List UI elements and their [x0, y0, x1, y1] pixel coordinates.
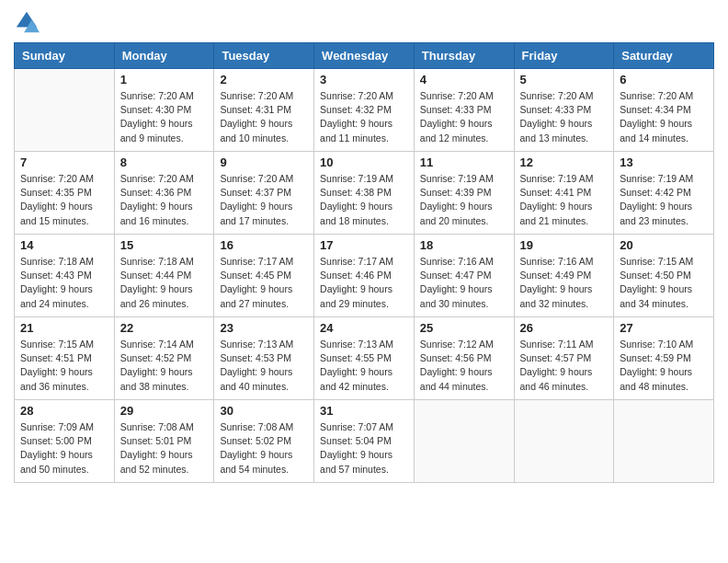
calendar-cell: 27Sunrise: 7:10 AMSunset: 4:59 PMDayligh…: [614, 317, 714, 400]
calendar-cell: 18Sunrise: 7:16 AMSunset: 4:47 PMDayligh…: [414, 235, 514, 317]
calendar-cell: 14Sunrise: 7:18 AMSunset: 4:43 PMDayligh…: [15, 235, 115, 317]
week-row-2: 7Sunrise: 7:20 AMSunset: 4:35 PMDaylight…: [15, 152, 714, 235]
day-number: 31: [320, 404, 408, 418]
day-info: Sunrise: 7:19 AMSunset: 4:41 PMDaylight:…: [520, 172, 609, 228]
day-info: Sunrise: 7:07 AMSunset: 5:04 PMDaylight:…: [320, 420, 408, 477]
header-monday: Monday: [114, 43, 214, 69]
calendar-cell: 4Sunrise: 7:20 AMSunset: 4:33 PMDaylight…: [414, 69, 514, 152]
calendar-cell: 19Sunrise: 7:16 AMSunset: 4:49 PMDayligh…: [514, 235, 614, 317]
header-tuesday: Tuesday: [214, 43, 314, 69]
day-number: 9: [220, 155, 308, 169]
header-thursday: Thursday: [414, 43, 514, 69]
day-info: Sunrise: 7:20 AMSunset: 4:33 PMDaylight:…: [520, 89, 609, 145]
day-number: 30: [220, 404, 308, 418]
logo: [14, 9, 43, 35]
day-number: 15: [120, 238, 209, 252]
header-sunday: Sunday: [15, 43, 115, 69]
day-info: Sunrise: 7:14 AMSunset: 4:52 PMDaylight:…: [120, 338, 209, 394]
calendar-cell: 12Sunrise: 7:19 AMSunset: 4:41 PMDayligh…: [514, 152, 614, 235]
day-number: 12: [520, 155, 609, 169]
day-info: Sunrise: 7:20 AMSunset: 4:33 PMDaylight:…: [420, 89, 508, 145]
calendar-cell: 26Sunrise: 7:11 AMSunset: 4:57 PMDayligh…: [514, 317, 614, 400]
calendar-cell: 23Sunrise: 7:13 AMSunset: 4:53 PMDayligh…: [214, 317, 314, 400]
calendar-cell: 2Sunrise: 7:20 AMSunset: 4:31 PMDaylight…: [214, 69, 314, 152]
calendar-cell: 16Sunrise: 7:17 AMSunset: 4:45 PMDayligh…: [214, 235, 314, 317]
calendar-cell: 6Sunrise: 7:20 AMSunset: 4:34 PMDaylight…: [614, 69, 714, 152]
week-row-4: 21Sunrise: 7:15 AMSunset: 4:51 PMDayligh…: [15, 317, 714, 400]
calendar-header-row: SundayMondayTuesdayWednesdayThursdayFrid…: [15, 43, 714, 69]
calendar-cell: 22Sunrise: 7:14 AMSunset: 4:52 PMDayligh…: [114, 317, 214, 400]
day-info: Sunrise: 7:10 AMSunset: 4:59 PMDaylight:…: [620, 338, 708, 394]
day-info: Sunrise: 7:17 AMSunset: 4:45 PMDaylight:…: [220, 255, 308, 311]
day-info: Sunrise: 7:13 AMSunset: 4:53 PMDaylight:…: [220, 338, 308, 394]
day-info: Sunrise: 7:16 AMSunset: 4:47 PMDaylight:…: [420, 255, 508, 311]
day-number: 23: [220, 321, 308, 335]
day-number: 29: [120, 404, 209, 418]
header-wednesday: Wednesday: [314, 43, 415, 69]
day-info: Sunrise: 7:16 AMSunset: 4:49 PMDaylight:…: [520, 255, 609, 311]
page-header: [14, 9, 714, 35]
day-number: 13: [620, 155, 708, 169]
day-info: Sunrise: 7:19 AMSunset: 4:38 PMDaylight:…: [320, 172, 408, 228]
calendar-cell: [414, 400, 514, 483]
day-info: Sunrise: 7:20 AMSunset: 4:37 PMDaylight:…: [220, 172, 308, 228]
day-info: Sunrise: 7:20 AMSunset: 4:30 PMDaylight:…: [120, 89, 209, 145]
logo-icon: [14, 9, 40, 35]
day-info: Sunrise: 7:20 AMSunset: 4:35 PMDaylight:…: [20, 172, 108, 228]
calendar-cell: 8Sunrise: 7:20 AMSunset: 4:36 PMDaylight…: [114, 152, 214, 235]
day-number: 28: [20, 404, 108, 418]
calendar-cell: 21Sunrise: 7:15 AMSunset: 4:51 PMDayligh…: [15, 317, 115, 400]
calendar-cell: 28Sunrise: 7:09 AMSunset: 5:00 PMDayligh…: [15, 400, 115, 483]
calendar-cell: [614, 400, 714, 483]
calendar-cell: 7Sunrise: 7:20 AMSunset: 4:35 PMDaylight…: [15, 152, 115, 235]
week-row-1: 1Sunrise: 7:20 AMSunset: 4:30 PMDaylight…: [15, 69, 714, 152]
calendar-cell: 10Sunrise: 7:19 AMSunset: 4:38 PMDayligh…: [314, 152, 415, 235]
day-info: Sunrise: 7:11 AMSunset: 4:57 PMDaylight:…: [520, 338, 609, 394]
day-number: 7: [20, 155, 108, 169]
calendar-cell: 15Sunrise: 7:18 AMSunset: 4:44 PMDayligh…: [114, 235, 214, 317]
day-info: Sunrise: 7:20 AMSunset: 4:36 PMDaylight:…: [120, 172, 209, 228]
day-number: 6: [620, 73, 708, 86]
calendar-cell: 31Sunrise: 7:07 AMSunset: 5:04 PMDayligh…: [314, 400, 415, 483]
header-saturday: Saturday: [614, 43, 714, 69]
day-number: 20: [620, 238, 708, 252]
calendar-cell: 13Sunrise: 7:19 AMSunset: 4:42 PMDayligh…: [614, 152, 714, 235]
day-number: 21: [20, 321, 108, 335]
day-number: 22: [120, 321, 209, 335]
day-info: Sunrise: 7:20 AMSunset: 4:32 PMDaylight:…: [320, 89, 408, 145]
week-row-5: 28Sunrise: 7:09 AMSunset: 5:00 PMDayligh…: [15, 400, 714, 483]
day-number: 27: [620, 321, 708, 335]
day-info: Sunrise: 7:09 AMSunset: 5:00 PMDaylight:…: [20, 420, 108, 477]
day-number: 1: [120, 73, 209, 86]
day-number: 8: [120, 155, 209, 169]
calendar-cell: 3Sunrise: 7:20 AMSunset: 4:32 PMDaylight…: [314, 69, 415, 152]
week-row-3: 14Sunrise: 7:18 AMSunset: 4:43 PMDayligh…: [15, 235, 714, 317]
calendar-cell: 5Sunrise: 7:20 AMSunset: 4:33 PMDaylight…: [514, 69, 614, 152]
day-info: Sunrise: 7:13 AMSunset: 4:55 PMDaylight:…: [320, 338, 408, 394]
calendar-cell: 25Sunrise: 7:12 AMSunset: 4:56 PMDayligh…: [414, 317, 514, 400]
calendar-table: SundayMondayTuesdayWednesdayThursdayFrid…: [14, 42, 714, 483]
calendar-cell: [15, 69, 115, 152]
day-number: 16: [220, 238, 308, 252]
calendar-cell: 17Sunrise: 7:17 AMSunset: 4:46 PMDayligh…: [314, 235, 415, 317]
calendar-cell: 24Sunrise: 7:13 AMSunset: 4:55 PMDayligh…: [314, 317, 415, 400]
header-friday: Friday: [514, 43, 614, 69]
day-info: Sunrise: 7:19 AMSunset: 4:42 PMDaylight:…: [620, 172, 708, 228]
calendar-cell: 29Sunrise: 7:08 AMSunset: 5:01 PMDayligh…: [114, 400, 214, 483]
calendar-cell: [514, 400, 614, 483]
day-number: 2: [220, 73, 308, 86]
day-info: Sunrise: 7:19 AMSunset: 4:39 PMDaylight:…: [420, 172, 508, 228]
day-info: Sunrise: 7:15 AMSunset: 4:51 PMDaylight:…: [20, 338, 108, 394]
calendar-cell: 9Sunrise: 7:20 AMSunset: 4:37 PMDaylight…: [214, 152, 314, 235]
day-number: 25: [420, 321, 508, 335]
day-number: 17: [320, 238, 408, 252]
day-number: 26: [520, 321, 609, 335]
calendar-cell: 11Sunrise: 7:19 AMSunset: 4:39 PMDayligh…: [414, 152, 514, 235]
day-info: Sunrise: 7:17 AMSunset: 4:46 PMDaylight:…: [320, 255, 408, 311]
day-number: 18: [420, 238, 508, 252]
day-info: Sunrise: 7:08 AMSunset: 5:02 PMDaylight:…: [220, 420, 308, 477]
day-info: Sunrise: 7:15 AMSunset: 4:50 PMDaylight:…: [620, 255, 708, 311]
day-number: 10: [320, 155, 408, 169]
calendar-cell: 20Sunrise: 7:15 AMSunset: 4:50 PMDayligh…: [614, 235, 714, 317]
calendar-cell: 1Sunrise: 7:20 AMSunset: 4:30 PMDaylight…: [114, 69, 214, 152]
